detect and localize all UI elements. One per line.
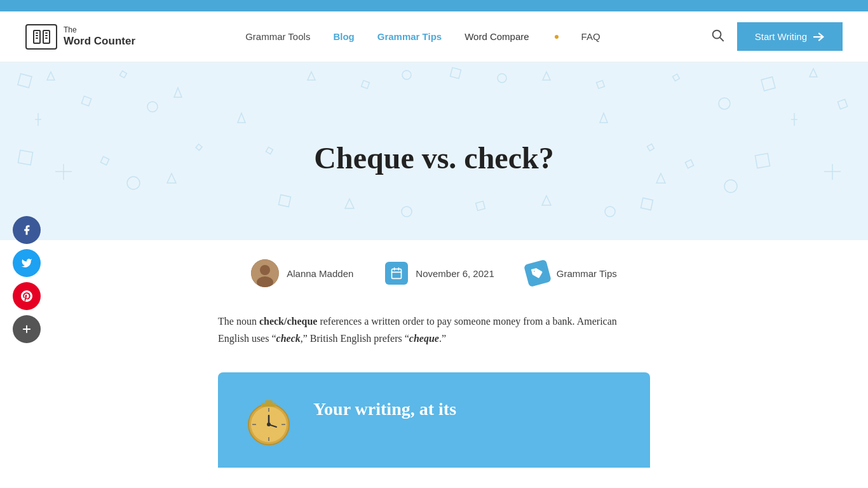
site-header: The Word Counter Grammar Tools Blog Gram…: [0, 11, 868, 62]
svg-rect-33: [362, 81, 370, 89]
british-word: cheque: [409, 333, 439, 344]
svg-point-68: [267, 423, 271, 426]
middle-text: ,” British English prefers “: [301, 333, 409, 344]
article-meta: Alanna Madden November 6, 2021 Grammar T…: [0, 240, 868, 300]
svg-marker-16: [167, 173, 176, 183]
author-avatar-image: [251, 259, 279, 287]
article-date: November 6, 2021: [416, 268, 494, 279]
cta-heading: Your writing, at its: [313, 398, 456, 421]
svg-point-36: [498, 74, 506, 83]
pinterest-share-button[interactable]: [13, 282, 41, 310]
svg-point-23: [719, 98, 730, 109]
svg-marker-37: [543, 72, 550, 80]
svg-rect-49: [648, 144, 654, 151]
nav-dot-decoration: [555, 35, 559, 39]
logo-the: The: [64, 25, 135, 34]
search-button[interactable]: [710, 28, 724, 45]
start-writing-button[interactable]: Start Writing: [737, 22, 843, 51]
svg-rect-47: [266, 147, 273, 154]
svg-point-29: [724, 180, 737, 193]
svg-rect-53: [392, 269, 402, 278]
nav-grammar-tools[interactable]: Grammar Tools: [245, 31, 310, 42]
page-title: Cheque vs. check?: [301, 102, 566, 201]
logo-text: The Word Counter: [64, 25, 135, 48]
svg-point-9: [147, 102, 158, 112]
svg-point-15: [127, 177, 140, 189]
end-text: .”: [439, 333, 446, 344]
logo-main: Word Counter: [64, 35, 135, 48]
svg-marker-48: [600, 113, 607, 123]
clock-illustration: [243, 398, 294, 449]
facebook-icon: [21, 224, 32, 236]
svg-rect-20: [837, 99, 847, 109]
svg-rect-45: [641, 198, 653, 210]
svg-rect-38: [597, 81, 605, 89]
hero-section: Cheque vs. check?: [0, 62, 868, 240]
nav-word-compare[interactable]: Word Compare: [465, 31, 529, 42]
svg-rect-17: [196, 144, 202, 151]
more-share-button[interactable]: [13, 315, 41, 343]
svg-point-41: [402, 207, 412, 217]
svg-rect-3: [18, 74, 32, 88]
author-meta: Alanna Madden: [251, 259, 353, 287]
article-category: Grammar Tips: [557, 268, 617, 279]
author-name: Alanna Madden: [287, 268, 353, 279]
cta-section: Your writing, at its: [218, 372, 650, 468]
svg-rect-8: [120, 71, 127, 78]
intro-bold-word: check/cheque: [259, 316, 318, 327]
calendar-icon: [385, 262, 408, 285]
svg-marker-31: [656, 173, 665, 183]
svg-point-51: [260, 265, 270, 275]
american-word: check: [276, 333, 301, 344]
article-content: The noun check/cheque references a writt…: [193, 300, 675, 372]
social-sidebar: [13, 216, 41, 343]
top-bar: [0, 0, 868, 11]
svg-line-1: [720, 37, 723, 41]
svg-rect-70: [265, 400, 273, 404]
svg-rect-5: [81, 96, 91, 105]
start-writing-label: Start Writing: [755, 31, 807, 42]
twitter-icon: [21, 257, 32, 269]
main-nav: Grammar Tools Blog Grammar Tips Word Com…: [245, 31, 600, 42]
date-meta: November 6, 2021: [385, 262, 494, 285]
nav-blog[interactable]: Blog: [333, 31, 354, 42]
svg-marker-10: [174, 88, 182, 97]
facebook-share-button[interactable]: [13, 216, 41, 244]
svg-rect-11: [18, 150, 32, 165]
pinterest-icon: [21, 290, 32, 302]
svg-rect-14: [100, 156, 109, 165]
plus-icon: [21, 323, 32, 335]
nav-grammar-tips[interactable]: Grammar Tips: [377, 31, 442, 42]
cta-text-area: Your writing, at its: [313, 398, 456, 421]
svg-marker-46: [238, 113, 245, 123]
svg-rect-26: [755, 153, 770, 168]
svg-rect-42: [476, 201, 485, 211]
svg-rect-35: [450, 67, 461, 78]
intro-text-before: The noun: [218, 316, 259, 327]
nav-faq[interactable]: FAQ: [581, 31, 600, 42]
svg-rect-39: [279, 195, 291, 207]
author-avatar: [251, 259, 279, 287]
logo-icon: [25, 24, 57, 50]
category-meta: Grammar Tips: [526, 262, 617, 285]
svg-point-34: [402, 71, 411, 79]
twitter-share-button[interactable]: [13, 249, 41, 277]
site-logo[interactable]: The Word Counter: [25, 24, 135, 50]
svg-rect-25: [673, 74, 680, 81]
svg-marker-19: [810, 69, 817, 77]
svg-marker-32: [308, 72, 315, 80]
article-intro-paragraph: The noun check/cheque references a writt…: [218, 313, 650, 347]
avatar-svg: [251, 259, 279, 287]
nav-right-actions: Start Writing: [710, 22, 843, 51]
svg-rect-30: [685, 159, 693, 168]
svg-rect-18: [761, 77, 775, 91]
tag-icon: [524, 259, 552, 287]
svg-marker-4: [47, 72, 55, 80]
svg-point-44: [605, 207, 615, 217]
